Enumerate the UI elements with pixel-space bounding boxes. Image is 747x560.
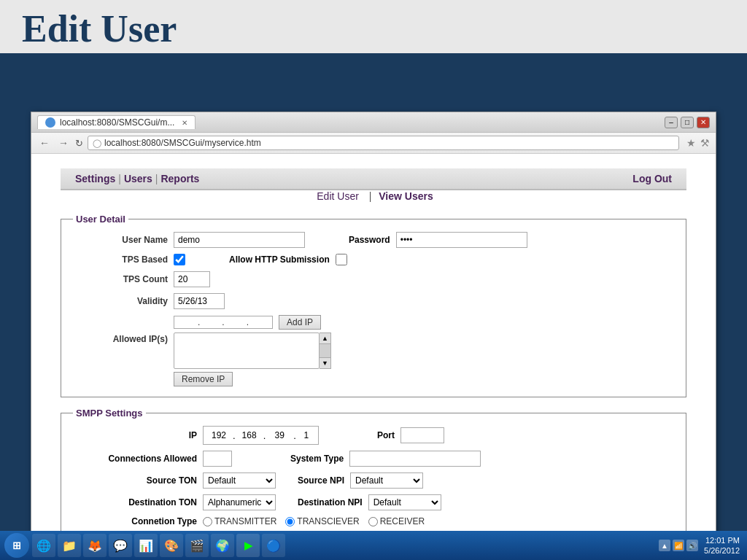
scroll-down-arrow[interactable]: ▼ — [320, 357, 330, 368]
refresh-button[interactable]: ↻ — [75, 138, 83, 149]
page-header: Edit User | View Users — [61, 190, 686, 202]
dest-ton-select[interactable]: Default Alphanumeric International Natio… — [203, 494, 276, 510]
nav-users[interactable]: Users — [124, 173, 152, 184]
firefox-icon[interactable]: 🦊 — [83, 534, 107, 557]
address-bar[interactable]: ◯ localhost:8080/SMSCGui/myservice.htm — [88, 136, 679, 150]
ip-oct1[interactable]: 192 — [206, 427, 232, 443]
system-type-input[interactable] — [349, 451, 481, 467]
smpp-settings-legend: SMPP Settings — [73, 408, 146, 419]
ip-add-oct3[interactable] — [225, 317, 246, 327]
systray: ▲ 📶 🔊 — [659, 540, 698, 551]
allowed-ips-listbox[interactable] — [174, 332, 320, 369]
volume-icon[interactable]: 🔊 — [686, 540, 698, 551]
user-detail-legend: User Detail — [73, 214, 128, 225]
arrow-icon[interactable]: ▲ — [659, 540, 670, 551]
user-detail-fieldset: User Detail User Name Password TPS Based — [61, 214, 686, 397]
ip-oct4[interactable]: 1 — [297, 427, 316, 443]
port-input[interactable]: 3775 — [400, 427, 444, 443]
page-title-above: Edit User — [0, 0, 747, 53]
nav-logout[interactable]: Log Out — [632, 173, 672, 184]
ip-add-inputs[interactable]: . . . — [174, 316, 273, 329]
explorer-icon[interactable]: 📁 — [58, 534, 81, 557]
tps-based-checkbox[interactable] — [174, 254, 185, 265]
username-input[interactable] — [174, 232, 305, 248]
allow-http-label: Allow HTTP Submission — [229, 254, 330, 265]
allow-http-checkbox[interactable] — [336, 254, 347, 265]
browser-nav: ← → ↻ ◯ localhost:8080/SMSCGui/myservice… — [31, 133, 716, 154]
transmitter-option[interactable]: TRANSMITTER — [203, 516, 276, 526]
connection-type-label: Connetion Type — [73, 516, 197, 526]
tps-based-label: TPS Based — [73, 254, 168, 265]
remove-ip-button[interactable]: Remove IP — [174, 372, 233, 386]
network-tray-icon[interactable]: 📶 — [673, 540, 684, 551]
ie-icon[interactable]: 🌐 — [32, 534, 55, 557]
wrench-icon[interactable]: ⚒ — [700, 137, 710, 149]
taskbar-date-text: 5/26/2012 — [704, 545, 740, 556]
scroll-up-arrow[interactable]: ▲ — [320, 333, 330, 344]
taskbar-right: ▲ 📶 🔊 12:01 PM 5/26/2012 — [659, 535, 743, 556]
transciever-option[interactable]: TRANSCIEVER — [285, 516, 359, 526]
forward-button[interactable]: → — [56, 137, 71, 149]
validity-label: Validity — [73, 296, 168, 306]
add-ip-button[interactable]: Add IP — [279, 315, 321, 330]
taskbar-icons-row: 🌐 📁 🦊 💬 📊 🎨 🎬 🌍 ▶ 🔵 — [32, 534, 285, 557]
nav-settings[interactable]: Settings — [75, 173, 115, 184]
password-input[interactable] — [396, 232, 527, 248]
nav-sep1: | — [118, 173, 121, 184]
ip-input: 192 . 168 . 39 . 1 — [203, 426, 319, 445]
powerpoint-icon[interactable]: 📊 — [134, 534, 158, 557]
transciever-radio[interactable] — [285, 517, 295, 526]
ip-add-oct4[interactable] — [249, 317, 270, 327]
receiver-option[interactable]: RECEIVER — [368, 516, 425, 526]
back-button[interactable]: ← — [37, 137, 52, 149]
validity-input[interactable] — [174, 293, 225, 309]
bookmark-icon[interactable]: ★ — [686, 137, 696, 149]
dest-npi-select[interactable]: Default ISDN — [368, 494, 441, 510]
chrome-icon[interactable]: 🔵 — [262, 534, 285, 557]
view-users-link[interactable]: View Users — [379, 190, 433, 202]
transmitter-radio[interactable] — [203, 517, 212, 526]
maximize-button[interactable]: □ — [681, 117, 694, 128]
network-icon[interactable]: 🌍 — [211, 534, 234, 557]
dest-npi-label: Destination NPI — [298, 497, 363, 508]
close-button[interactable]: ✕ — [697, 117, 710, 128]
allowed-ips-label: Allowed IP(s) — [73, 332, 168, 344]
media-icon[interactable]: 🎬 — [185, 534, 209, 557]
tps-count-label: TPS Count — [73, 274, 168, 284]
connections-label: Connections Allowed — [73, 454, 197, 464]
receiver-radio[interactable] — [368, 517, 378, 526]
paint-icon[interactable]: 🎨 — [160, 534, 183, 557]
taskbar-left: ⊞ 🌐 📁 🦊 💬 📊 🎨 🎬 🌍 ▶ 🔵 — [4, 533, 285, 558]
smpp-settings-fieldset: SMPP Settings IP 192 . 168 . 39 . 1 — [61, 408, 686, 540]
browser-controls: – □ ✕ — [665, 117, 710, 128]
tab-close-icon[interactable]: ✕ — [182, 119, 187, 127]
edit-user-link[interactable]: Edit User — [317, 190, 359, 202]
nav-reports[interactable]: Reports — [160, 173, 199, 184]
top-nav: Settings | Users | Reports Log Out — [61, 168, 686, 190]
source-ton-select[interactable]: Default Alphanumeric International Natio… — [203, 472, 276, 489]
browser-titlebar: localhost:8080/SMSCGui/m... ✕ – □ ✕ — [31, 112, 716, 133]
source-ton-label: Source TON — [73, 475, 197, 486]
source-npi-select[interactable]: Default ISDN Data — [350, 472, 423, 489]
ip-add-oct2[interactable] — [201, 317, 221, 327]
header-sep: | — [369, 190, 372, 202]
system-type-label: System Type — [290, 454, 344, 464]
minimize-button[interactable]: – — [665, 117, 678, 128]
taskbar-time-text: 12:01 PM — [704, 535, 740, 545]
connections-input[interactable]: 1 — [203, 451, 232, 467]
taskbar-clock: 12:01 PM 5/26/2012 — [704, 535, 740, 556]
dest-ton-label: Destination TON — [73, 497, 197, 508]
terminal-icon[interactable]: ▶ — [236, 534, 260, 557]
page-content: Settings | Users | Reports Log Out Edit … — [31, 154, 716, 560]
browser-window: localhost:8080/SMSCGui/m... ✕ – □ ✕ ← → … — [31, 112, 716, 560]
start-button[interactable]: ⊞ — [4, 533, 29, 558]
browser-tab[interactable]: localhost:8080/SMSCGui/m... ✕ — [37, 115, 196, 129]
connection-type-group: TRANSMITTER TRANSCIEVER RECEIVER — [203, 516, 425, 526]
talk-icon[interactable]: 💬 — [109, 534, 132, 557]
ip-add-oct1[interactable] — [177, 317, 197, 327]
tps-count-input[interactable] — [174, 271, 210, 287]
top-nav-left: Settings | Users | Reports — [75, 173, 199, 184]
ip-oct2[interactable]: 168 — [236, 427, 263, 443]
port-label: Port — [377, 430, 395, 440]
ip-oct3[interactable]: 39 — [266, 427, 293, 443]
